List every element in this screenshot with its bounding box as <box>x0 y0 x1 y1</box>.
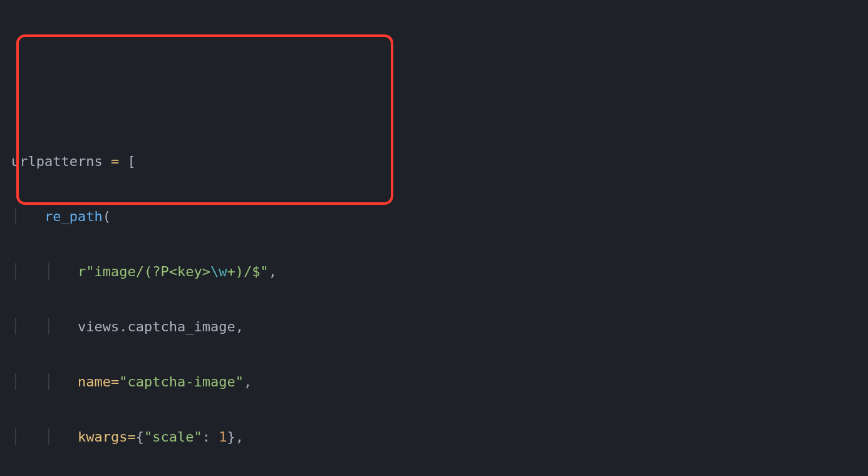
token-variable: urlpatterns <box>11 153 111 169</box>
token-string-prefix: r <box>78 264 86 279</box>
token-string: "scale" <box>144 429 202 445</box>
token-string: "image/(?P<key> <box>86 264 210 279</box>
indent-guide: │ │ <box>11 319 78 334</box>
token-paren: ( <box>103 209 111 224</box>
token-number: 1 <box>219 429 227 445</box>
token-string: +)/$" <box>227 264 268 279</box>
token-comma: , <box>235 429 244 445</box>
indent-guide: │ │ <box>11 429 78 445</box>
token-brace: } <box>227 429 235 445</box>
token-function: re_path <box>44 209 103 224</box>
token-identifier: views.captcha_image, <box>78 319 244 334</box>
token-bracket: [ <box>127 153 135 169</box>
token-operator: = <box>111 153 119 169</box>
code-line: │ │ name="captcha-image", <box>11 368 868 396</box>
token-operator: = <box>127 429 135 445</box>
code-line: │ │ kwargs={"scale": 1}, <box>11 423 868 451</box>
code-line: │ │ r"image/(?P<key>\w+)/$", <box>11 258 868 286</box>
token-comma: , <box>269 264 277 279</box>
code-line: │ re_path( <box>11 203 868 230</box>
code-line: urlpatterns = [ <box>11 148 868 175</box>
token-kwarg: kwargs <box>78 429 127 445</box>
indent-guide: │ │ <box>11 264 78 279</box>
code-line: │ │ views.captcha_image, <box>11 313 868 341</box>
token-brace: { <box>136 429 144 445</box>
token-kwarg: name <box>78 374 111 390</box>
token-colon: : <box>202 429 219 445</box>
token-string: "captcha-image" <box>119 374 244 390</box>
indent-guide: │ <box>11 209 44 224</box>
indent-guide: │ │ <box>11 374 78 390</box>
token-comma: , <box>244 374 252 390</box>
token-escape: \w <box>210 264 227 279</box>
token-operator: = <box>111 374 119 390</box>
code-editor[interactable]: urlpatterns = [ │ re_path( │ │ r"image/(… <box>11 120 868 476</box>
